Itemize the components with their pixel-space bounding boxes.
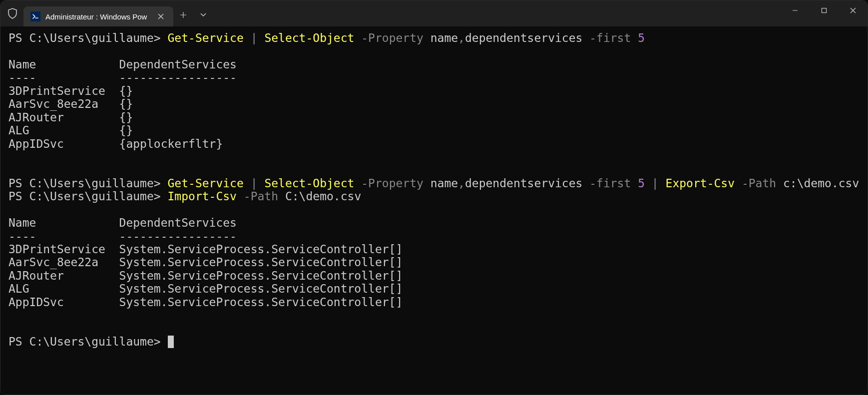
prompt: PS C:\Users\guillaume> [8, 335, 168, 348]
new-tab-button[interactable] [173, 5, 193, 25]
cmdlet-select-object: Select-Object [264, 31, 354, 44]
prompt: PS C:\Users\guillaume> [8, 31, 168, 44]
arg-path: C:\demo.csv [285, 190, 361, 203]
arg-dependentservices: dependentservices [465, 31, 582, 44]
table1-row-1: AarSvc_8ee22a {} [8, 97, 860, 110]
table-row: 3DPrintService System.ServiceProcess.Ser… [8, 243, 403, 256]
table1-row-3: ALG {} [8, 124, 860, 137]
param-first: -first [582, 31, 638, 44]
arg-name: name [431, 31, 458, 44]
minimize-button[interactable] [781, 0, 810, 20]
shield-icon [6, 7, 18, 19]
prompt: PS C:\Users\guillaume> [8, 190, 168, 203]
param-first: -first [582, 177, 638, 190]
cmdlet-import-csv: Import-Csv [168, 190, 237, 203]
comma: , [458, 31, 465, 44]
cmdlet-export-csv: Export-Csv [666, 177, 735, 190]
table1-separator: ---- ----------------- [8, 71, 860, 84]
prompt: PS C:\Users\guillaume> [8, 177, 168, 190]
table-row: AppIDSvc {applockerfltr} [8, 137, 223, 150]
tab-powershell[interactable]: Administrateur : Windows Pow [23, 6, 173, 26]
arg-path: c:\demo.csv [783, 177, 859, 190]
table-row: AarSvc_8ee22a System.ServiceProcess.Serv… [8, 256, 403, 269]
table2-separator: ---- ----------------- [8, 230, 860, 243]
table-header: Name DependentServices [8, 216, 237, 229]
cursor [168, 336, 174, 348]
command-line-1: PS C:\Users\guillaume> Get-Service | Sel… [8, 31, 860, 44]
table2-row-3: ALG System.ServiceProcess.ServiceControl… [8, 282, 860, 295]
comma: , [458, 177, 465, 190]
param-path: -Path [237, 190, 285, 203]
cmdlet-get-service: Get-Service [168, 31, 244, 44]
table1-header: Name DependentServices [8, 58, 860, 71]
table-row: AJRouter {} [8, 111, 133, 124]
table2-row-1: AarSvc_8ee22a System.ServiceProcess.Serv… [8, 256, 860, 269]
param-property: -Property [354, 31, 430, 44]
svg-rect-6 [822, 8, 827, 13]
table1-row-2: AJRouter {} [8, 111, 860, 124]
titlebar-left: Administrateur : Windows Pow [6, 0, 213, 26]
blank-line [8, 322, 860, 335]
tab-close-button[interactable] [155, 11, 166, 22]
table-separator: ---- ----------------- [8, 71, 237, 84]
arg-dependentservices: dependentservices [465, 177, 582, 190]
blank-line [8, 309, 860, 322]
table-row: ALG {} [8, 124, 133, 137]
powershell-icon [30, 11, 40, 21]
blank-line [8, 150, 860, 163]
table-row: AarSvc_8ee22a {} [8, 97, 133, 110]
command-line-2: PS C:\Users\guillaume> Get-Service | Sel… [8, 177, 860, 190]
table2-header: Name DependentServices [8, 216, 860, 229]
blank-line [8, 163, 860, 176]
dropdown-button[interactable] [193, 5, 213, 25]
table2-row-4: AppIDSvc System.ServiceProcess.ServiceCo… [8, 296, 860, 309]
pipe-symbol: | [244, 177, 265, 190]
blank-line [8, 203, 860, 216]
arg-name: name [431, 177, 458, 190]
table2-row-2: AJRouter System.ServiceProcess.ServiceCo… [8, 269, 860, 282]
table-separator: ---- ----------------- [8, 230, 237, 243]
table1-row-0: 3DPrintService {} [8, 84, 860, 97]
titlebar: Administrateur : Windows Pow [0, 0, 868, 26]
command-line-3: PS C:\Users\guillaume> Import-Csv -Path … [8, 190, 860, 203]
pipe-symbol: | [645, 177, 666, 190]
table-row: 3DPrintService {} [8, 84, 133, 97]
table-row: AJRouter System.ServiceProcess.ServiceCo… [8, 269, 403, 282]
cmdlet-select-object: Select-Object [264, 177, 354, 190]
arg-number: 5 [638, 31, 645, 44]
arg-number: 5 [638, 177, 645, 190]
table-header: Name DependentServices [8, 58, 237, 71]
table-row: AppIDSvc System.ServiceProcess.ServiceCo… [8, 296, 403, 309]
maximize-button[interactable] [810, 0, 839, 20]
terminal-area[interactable]: PS C:\Users\guillaume> Get-Service | Sel… [0, 26, 868, 395]
cmdlet-get-service: Get-Service [168, 177, 244, 190]
pipe-symbol: | [244, 31, 265, 44]
tab-title: Administrateur : Windows Pow [45, 12, 150, 21]
close-button[interactable] [839, 0, 868, 20]
table-row: ALG System.ServiceProcess.ServiceControl… [8, 282, 403, 295]
blank-line [8, 44, 860, 57]
param-path: -Path [735, 177, 783, 190]
command-line-active: PS C:\Users\guillaume> [8, 335, 860, 348]
table2-row-0: 3DPrintService System.ServiceProcess.Ser… [8, 243, 860, 256]
param-property: -Property [354, 177, 430, 190]
window-controls [781, 0, 868, 26]
table1-row-4: AppIDSvc {applockerfltr} [8, 137, 860, 150]
